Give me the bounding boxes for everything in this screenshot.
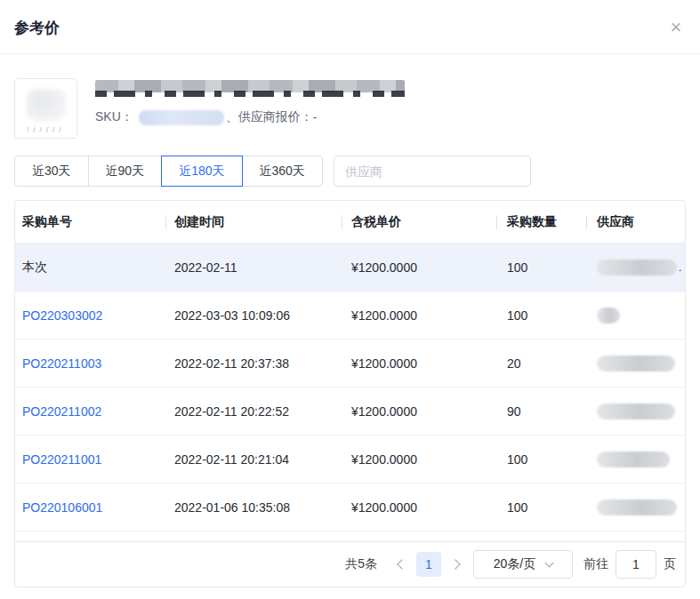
page-size-value: 20条/页 <box>494 556 535 572</box>
date-range-group: 近30天近90天近180天近360天 <box>14 156 323 187</box>
unit-price: ¥1200.0000 <box>342 404 496 419</box>
column-header: 供应商 <box>586 214 686 230</box>
table-row: PO220303002 2022-03-03 10:09:06 ¥1200.00… <box>15 291 685 339</box>
unit-price: ¥1200.0000 <box>342 452 496 467</box>
supplier-quote-value: - <box>313 110 318 124</box>
supplier-redacted <box>597 499 677 515</box>
column-header: 采购数量 <box>496 214 586 230</box>
purchase-qty: 100 <box>496 308 586 323</box>
page-unit-label: 页 <box>664 556 676 572</box>
unit-price: ¥1200.0000 <box>342 260 496 275</box>
product-thumbnail-marks <box>28 127 63 132</box>
table-row: PO220106001 2022-01-06 10:35:08 ¥1200.00… <box>15 483 685 531</box>
supplier-redacted <box>597 307 620 323</box>
created-time: 2022-03-03 10:09:06 <box>165 308 342 323</box>
date-range-button[interactable]: 近180天 <box>161 156 242 187</box>
supplier-cell: . <box>586 260 686 276</box>
supplier-cell <box>586 451 686 467</box>
supplier-cell <box>586 499 686 515</box>
po-link[interactable]: PO220211003 <box>22 356 101 371</box>
purchase-qty: 100 <box>496 452 586 467</box>
date-range-button[interactable]: 近360天 <box>242 156 323 187</box>
created-time: 2022-02-11 <box>165 260 342 275</box>
supplier-redacted <box>597 451 670 467</box>
column-header: 创建时间 <box>165 214 342 230</box>
column-header: 采购单号 <box>15 214 165 230</box>
product-sku-line: SKU： 、 供应商报价： - <box>95 109 405 125</box>
table-row: PO220211003 2022-02-11 20:37:38 ¥1200.00… <box>15 339 685 387</box>
supplier-cell <box>586 403 686 419</box>
total-count: 共5条 <box>345 556 377 572</box>
purchase-qty: 90 <box>496 404 586 419</box>
supplier-search-input[interactable] <box>334 156 531 187</box>
page-size-select[interactable]: 20条/页 <box>473 550 573 579</box>
modal-header: 参考价 × <box>0 0 700 54</box>
unit-price: ¥1200.0000 <box>342 308 496 323</box>
pagination-bar: 共5条 1 20条/页 前往 页 <box>15 541 685 587</box>
sku-label: SKU： <box>95 109 133 125</box>
po-link[interactable]: PO220106001 <box>22 500 102 515</box>
column-header: 含税单价 <box>342 214 496 230</box>
table-bottom-sliver <box>15 531 685 541</box>
supplier-redacted <box>597 355 675 371</box>
po-link[interactable]: PO220211002 <box>22 404 101 419</box>
supplier-cell <box>586 355 686 371</box>
created-time: 2022-02-11 20:21:04 <box>165 452 342 467</box>
supplier-quote-label: 供应商报价： <box>238 109 313 125</box>
created-time: 2022-01-06 10:35:08 <box>165 500 342 515</box>
close-icon[interactable]: × <box>664 16 688 39</box>
product-summary: SKU： 、 供应商报价： - <box>14 78 686 139</box>
separator: 、 <box>226 109 238 125</box>
supplier-cell <box>586 307 686 323</box>
table-row: PO220211001 2022-02-11 20:21:04 ¥1200.00… <box>15 435 685 483</box>
table-row: 本次 2022-02-11 ¥1200.0000 100 . <box>15 243 685 291</box>
created-time: 2022-02-11 20:22:52 <box>165 404 342 419</box>
chevron-down-icon <box>545 559 554 568</box>
purchase-qty: 20 <box>496 356 586 371</box>
po-link[interactable]: PO220303002 <box>22 308 102 323</box>
po-link[interactable]: PO220211001 <box>22 452 101 467</box>
next-page-button[interactable] <box>445 552 466 577</box>
unit-price: ¥1200.0000 <box>342 500 496 515</box>
product-thumbnail-blur <box>27 89 66 121</box>
chevron-right-icon <box>450 559 460 569</box>
created-time: 2022-02-11 20:37:38 <box>165 356 342 371</box>
table-header-row: 采购单号创建时间含税单价采购数量供应商 <box>15 201 685 243</box>
supplier-redacted <box>597 260 677 276</box>
reference-price-table: 采购单号创建时间含税单价采购数量供应商 本次 2022-02-11 ¥1200.… <box>14 200 686 587</box>
sku-value-redacted <box>139 110 224 125</box>
purchase-qty: 100 <box>496 260 586 275</box>
table-row: PO220211002 2022-02-11 20:22:52 ¥1200.00… <box>15 387 685 435</box>
date-range-button[interactable]: 近90天 <box>88 156 163 187</box>
supplier-redacted <box>597 403 675 419</box>
unit-price: ¥1200.0000 <box>342 356 496 371</box>
date-range-button[interactable]: 近30天 <box>14 156 89 187</box>
goto-label: 前往 <box>583 556 608 572</box>
product-thumbnail <box>14 78 77 139</box>
supplier-fragment: . <box>679 261 681 274</box>
chevron-left-icon <box>397 559 406 569</box>
prev-page-button[interactable] <box>391 552 413 577</box>
page-number-button[interactable]: 1 <box>416 552 441 577</box>
goto-page-input[interactable] <box>616 550 656 579</box>
order-no: 本次 <box>22 260 47 274</box>
modal-title: 参考价 <box>14 18 60 38</box>
product-title-redacted <box>95 80 405 99</box>
purchase-qty: 100 <box>496 500 586 515</box>
